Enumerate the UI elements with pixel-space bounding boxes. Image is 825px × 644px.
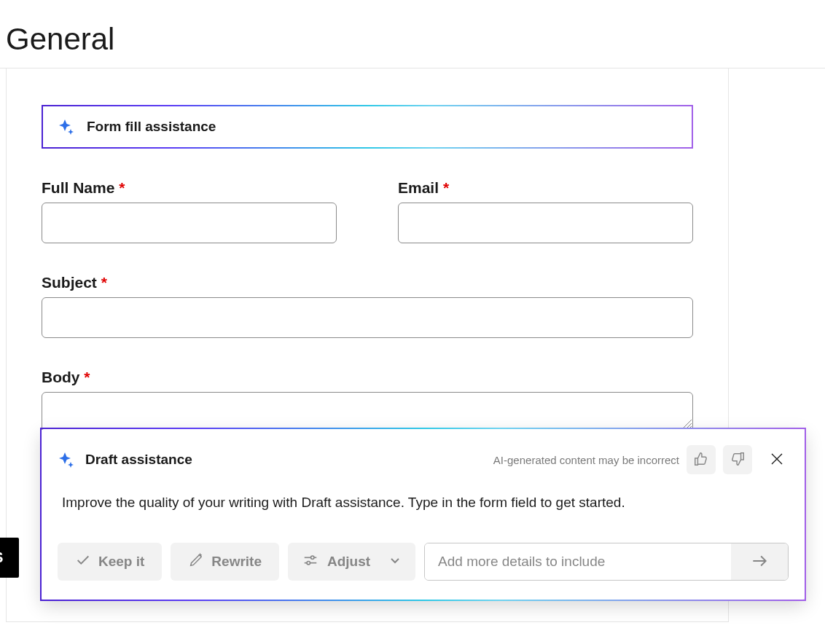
draft-header: Draft assistance AI-generated content ma…	[58, 445, 789, 474]
draft-assistance-popup: Draft assistance AI-generated content ma…	[40, 428, 806, 601]
page-title: General	[0, 0, 825, 68]
banner-text: Form fill assistance	[87, 119, 216, 135]
rewrite-icon	[188, 552, 204, 572]
email-field[interactable]	[398, 203, 693, 243]
body-group: Body *	[42, 369, 693, 430]
draft-header-right: AI-generated content may be incorrect	[493, 445, 789, 474]
submit-button[interactable]: S	[0, 538, 19, 578]
draft-title: Draft assistance	[85, 452, 192, 468]
thumbs-up-icon	[693, 451, 709, 469]
keep-it-button[interactable]: Keep it	[58, 543, 162, 581]
thumbs-down-button[interactable]	[723, 445, 752, 474]
checkmark-icon	[75, 552, 91, 572]
draft-actions: Keep it Rewrite Adjust	[58, 543, 789, 581]
email-label: Email *	[398, 179, 693, 197]
required-marker: *	[84, 369, 90, 385]
body-label: Body *	[42, 369, 693, 386]
fullname-label: Full Name *	[42, 179, 337, 197]
required-marker: *	[119, 179, 125, 196]
required-marker: *	[443, 179, 449, 196]
subject-field[interactable]	[42, 297, 693, 338]
resize-handle-icon[interactable]	[683, 418, 692, 427]
svg-point-3	[307, 561, 310, 564]
svg-point-1	[311, 556, 314, 559]
body-field[interactable]	[42, 392, 693, 430]
form-fill-assistance-banner[interactable]: Form fill assistance	[42, 105, 693, 149]
email-group: Email *	[398, 179, 693, 243]
subject-group: Subject *	[42, 274, 693, 338]
form-row: Full Name * Email *	[42, 179, 693, 243]
close-button[interactable]	[765, 448, 789, 471]
send-button[interactable]	[731, 543, 788, 580]
thumbs-up-button[interactable]	[687, 445, 716, 474]
submit-area: S	[0, 538, 19, 578]
details-input[interactable]	[425, 543, 731, 580]
rewrite-button[interactable]: Rewrite	[171, 543, 279, 581]
sparkle-icon	[58, 451, 75, 468]
details-input-wrapper	[424, 543, 789, 581]
required-marker: *	[101, 274, 107, 291]
subject-label: Subject *	[42, 274, 693, 291]
adjust-button[interactable]: Adjust	[288, 543, 415, 581]
chevron-down-icon	[389, 554, 401, 570]
sliders-icon	[302, 552, 318, 572]
close-icon	[770, 452, 783, 468]
fullname-field[interactable]	[42, 203, 337, 243]
arrow-right-icon	[750, 551, 769, 573]
sparkle-icon	[58, 118, 75, 136]
thumbs-down-icon	[730, 451, 746, 469]
ai-disclaimer: AI-generated content may be incorrect	[493, 454, 679, 466]
draft-description: Improve the quality of your writing with…	[58, 495, 789, 511]
fullname-group: Full Name *	[42, 179, 337, 243]
